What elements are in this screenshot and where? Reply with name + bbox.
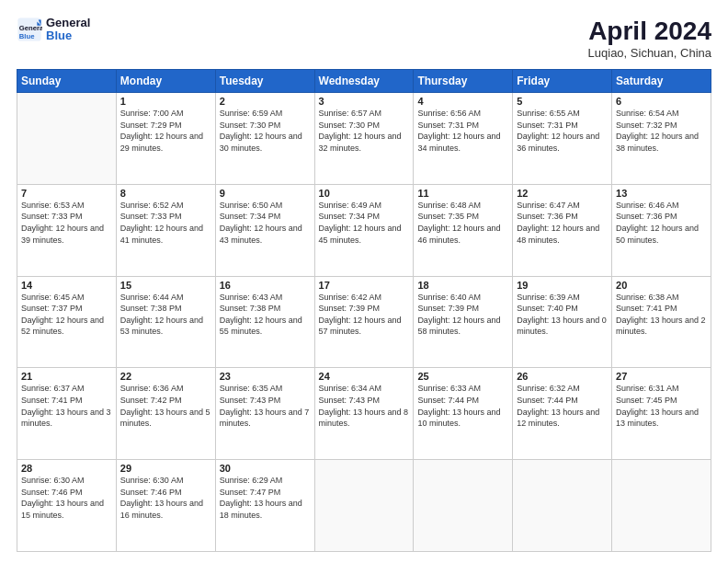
calendar-cell: 19 Sunrise: 6:39 AMSunset: 7:40 PMDaylig… — [513, 276, 612, 368]
weekday-header: Saturday — [612, 70, 711, 93]
calendar-table: SundayMondayTuesdayWednesdayThursdayFrid… — [17, 69, 711, 552]
calendar-cell: 12 Sunrise: 6:47 AMSunset: 7:36 PMDaylig… — [513, 184, 612, 276]
calendar-cell: 15 Sunrise: 6:44 AMSunset: 7:38 PMDaylig… — [116, 276, 215, 368]
cell-info: Sunrise: 6:29 AMSunset: 7:47 PMDaylight:… — [220, 475, 311, 521]
page: General Blue General Blue April 2024 Luq… — [0, 0, 728, 563]
day-number: 28 — [21, 463, 112, 474]
weekday-header: Monday — [116, 70, 215, 93]
page-subtitle: Luqiao, Sichuan, China — [588, 46, 711, 60]
cell-info: Sunrise: 6:54 AMSunset: 7:32 PMDaylight:… — [616, 108, 707, 154]
calendar-cell: 23 Sunrise: 6:35 AMSunset: 7:43 PMDaylig… — [215, 368, 314, 460]
day-number: 24 — [319, 371, 410, 382]
calendar-cell: 25 Sunrise: 6:33 AMSunset: 7:44 PMDaylig… — [414, 368, 513, 460]
day-number: 23 — [220, 371, 311, 382]
day-number: 3 — [319, 96, 410, 107]
cell-info: Sunrise: 6:49 AMSunset: 7:34 PMDaylight:… — [319, 200, 410, 246]
day-number: 1 — [120, 96, 211, 107]
day-number: 11 — [417, 188, 508, 199]
cell-info: Sunrise: 6:31 AMSunset: 7:45 PMDaylight:… — [616, 383, 707, 429]
cell-info: Sunrise: 6:53 AMSunset: 7:33 PMDaylight:… — [21, 200, 112, 246]
cell-info: Sunrise: 6:39 AMSunset: 7:40 PMDaylight:… — [517, 292, 608, 338]
calendar-cell: 3 Sunrise: 6:57 AMSunset: 7:30 PMDayligh… — [314, 93, 414, 185]
logo-icon: General Blue — [17, 17, 42, 42]
day-number: 17 — [319, 280, 410, 291]
cell-info: Sunrise: 6:35 AMSunset: 7:43 PMDaylight:… — [220, 383, 311, 429]
cell-info: Sunrise: 6:37 AMSunset: 7:41 PMDaylight:… — [21, 383, 112, 429]
cell-info: Sunrise: 6:52 AMSunset: 7:33 PMDaylight:… — [120, 200, 211, 246]
logo-blue: Blue — [46, 29, 90, 42]
svg-text:Blue: Blue — [19, 32, 35, 40]
day-number: 18 — [417, 280, 508, 291]
logo-text: General Blue — [46, 17, 90, 43]
calendar-cell: 27 Sunrise: 6:31 AMSunset: 7:45 PMDaylig… — [612, 368, 711, 460]
cell-info: Sunrise: 6:57 AMSunset: 7:30 PMDaylight:… — [319, 108, 410, 154]
calendar-cell — [17, 93, 117, 185]
day-number: 20 — [616, 280, 707, 291]
cell-info: Sunrise: 6:59 AMSunset: 7:30 PMDaylight:… — [220, 108, 311, 154]
calendar-cell: 10 Sunrise: 6:49 AMSunset: 7:34 PMDaylig… — [314, 184, 414, 276]
weekday-header: Sunday — [17, 70, 117, 93]
calendar-cell: 4 Sunrise: 6:56 AMSunset: 7:31 PMDayligh… — [414, 93, 513, 185]
day-number: 22 — [120, 371, 211, 382]
calendar-cell: 17 Sunrise: 6:42 AMSunset: 7:39 PMDaylig… — [314, 276, 414, 368]
cell-info: Sunrise: 6:46 AMSunset: 7:36 PMDaylight:… — [616, 200, 707, 246]
calendar-cell: 14 Sunrise: 6:45 AMSunset: 7:37 PMDaylig… — [17, 276, 117, 368]
cell-info: Sunrise: 6:34 AMSunset: 7:43 PMDaylight:… — [319, 383, 410, 429]
calendar-cell: 7 Sunrise: 6:53 AMSunset: 7:33 PMDayligh… — [17, 184, 117, 276]
cell-info: Sunrise: 6:48 AMSunset: 7:35 PMDaylight:… — [417, 200, 508, 246]
day-number: 6 — [616, 96, 707, 107]
cell-info: Sunrise: 6:56 AMSunset: 7:31 PMDaylight:… — [417, 108, 508, 154]
title-block: April 2024 Luqiao, Sichuan, China — [588, 17, 711, 60]
cell-info: Sunrise: 6:50 AMSunset: 7:34 PMDaylight:… — [220, 200, 311, 246]
cell-info: Sunrise: 6:55 AMSunset: 7:31 PMDaylight:… — [517, 108, 608, 154]
calendar-week-row: 14 Sunrise: 6:45 AMSunset: 7:37 PMDaylig… — [17, 276, 711, 368]
day-number: 21 — [21, 371, 112, 382]
cell-info: Sunrise: 6:47 AMSunset: 7:36 PMDaylight:… — [517, 200, 608, 246]
calendar-cell — [612, 460, 711, 552]
day-number: 16 — [220, 280, 311, 291]
cell-info: Sunrise: 6:32 AMSunset: 7:44 PMDaylight:… — [517, 383, 608, 429]
cell-info: Sunrise: 6:43 AMSunset: 7:38 PMDaylight:… — [220, 292, 311, 338]
cell-info: Sunrise: 6:38 AMSunset: 7:41 PMDaylight:… — [616, 292, 707, 338]
cell-info: Sunrise: 6:42 AMSunset: 7:39 PMDaylight:… — [319, 292, 410, 338]
weekday-header: Thursday — [414, 70, 513, 93]
logo-general: General — [46, 17, 90, 29]
calendar-cell: 22 Sunrise: 6:36 AMSunset: 7:42 PMDaylig… — [116, 368, 215, 460]
day-number: 2 — [220, 96, 311, 107]
day-number: 7 — [21, 188, 112, 199]
weekday-header: Wednesday — [314, 70, 414, 93]
day-number: 27 — [616, 371, 707, 382]
calendar-cell: 30 Sunrise: 6:29 AMSunset: 7:47 PMDaylig… — [215, 460, 314, 552]
calendar-cell: 29 Sunrise: 6:30 AMSunset: 7:46 PMDaylig… — [116, 460, 215, 552]
cell-info: Sunrise: 6:40 AMSunset: 7:39 PMDaylight:… — [417, 292, 508, 338]
calendar-cell — [314, 460, 414, 552]
calendar-cell: 5 Sunrise: 6:55 AMSunset: 7:31 PMDayligh… — [513, 93, 612, 185]
day-number: 4 — [417, 96, 508, 107]
day-number: 8 — [120, 188, 211, 199]
calendar-cell: 1 Sunrise: 7:00 AMSunset: 7:29 PMDayligh… — [116, 93, 215, 185]
calendar-cell: 9 Sunrise: 6:50 AMSunset: 7:34 PMDayligh… — [215, 184, 314, 276]
cell-info: Sunrise: 6:30 AMSunset: 7:46 PMDaylight:… — [21, 475, 112, 521]
calendar-cell: 13 Sunrise: 6:46 AMSunset: 7:36 PMDaylig… — [612, 184, 711, 276]
day-number: 19 — [517, 280, 608, 291]
cell-info: Sunrise: 6:36 AMSunset: 7:42 PMDaylight:… — [120, 383, 211, 429]
calendar-cell: 8 Sunrise: 6:52 AMSunset: 7:33 PMDayligh… — [116, 184, 215, 276]
calendar-cell: 21 Sunrise: 6:37 AMSunset: 7:41 PMDaylig… — [17, 368, 117, 460]
calendar-week-row: 28 Sunrise: 6:30 AMSunset: 7:46 PMDaylig… — [17, 460, 711, 552]
weekday-header: Tuesday — [215, 70, 314, 93]
calendar-header-row: SundayMondayTuesdayWednesdayThursdayFrid… — [17, 70, 711, 93]
page-title: April 2024 — [588, 17, 711, 46]
day-number: 5 — [517, 96, 608, 107]
calendar-cell — [414, 460, 513, 552]
day-number: 13 — [616, 188, 707, 199]
calendar-cell: 24 Sunrise: 6:34 AMSunset: 7:43 PMDaylig… — [314, 368, 414, 460]
header: General Blue General Blue April 2024 Luq… — [17, 17, 711, 60]
day-number: 25 — [417, 371, 508, 382]
logo: General Blue General Blue — [17, 17, 90, 43]
day-number: 9 — [220, 188, 311, 199]
calendar-cell — [513, 460, 612, 552]
day-number: 14 — [21, 280, 112, 291]
day-number: 29 — [120, 463, 211, 474]
cell-info: Sunrise: 6:33 AMSunset: 7:44 PMDaylight:… — [417, 383, 508, 429]
calendar-cell: 26 Sunrise: 6:32 AMSunset: 7:44 PMDaylig… — [513, 368, 612, 460]
